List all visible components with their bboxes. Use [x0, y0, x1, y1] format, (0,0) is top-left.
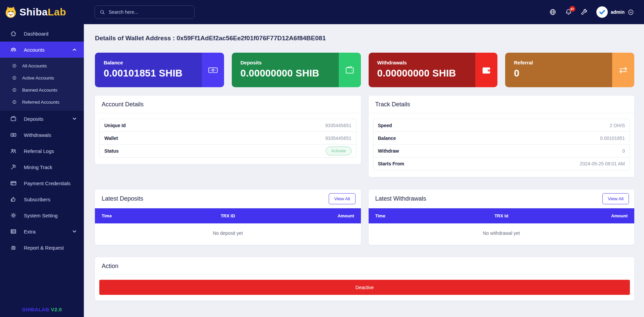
- empty-state-text: No deposit yet: [95, 223, 361, 245]
- sidebar-item-accounts[interactable]: Accounts: [0, 42, 84, 58]
- chevron-up-icon: [72, 47, 77, 52]
- money-bill-icon: [202, 53, 224, 87]
- card-title: Account Details: [95, 96, 361, 113]
- withdrawals-table-header: Time TRX Id Amount: [369, 208, 635, 223]
- gear-icon: [10, 212, 17, 219]
- sidebar-item-label: Dashboard: [24, 31, 48, 37]
- stat-value: 0.00101851 SHIB: [104, 68, 202, 79]
- details-row: Account Details Unique Id 9335445651 Wal…: [95, 96, 634, 177]
- topbar-actions: 9+ admin: [549, 6, 634, 18]
- wallet-icon: [339, 53, 361, 87]
- sidebar-item-label: Withdrawals: [24, 132, 51, 138]
- view-all-withdrawals-button[interactable]: View All: [602, 193, 629, 204]
- column-header-trxid: TRX Id: [459, 213, 543, 218]
- stat-card-balance: Balance 0.00101851 SHIB: [95, 53, 224, 87]
- row-value: 9335445651: [325, 136, 352, 141]
- account-details-table: Unique Id 9335445651 Wallet 9335445651 S…: [99, 119, 357, 158]
- search-box: [95, 5, 195, 19]
- row-label: Speed: [378, 123, 392, 128]
- brand-logo[interactable]: ShibaLab: [0, 0, 84, 24]
- deactive-button[interactable]: Deactive: [99, 280, 630, 295]
- row-label: Withdraw: [378, 148, 399, 154]
- sidebar-item-label: Active Accounts: [22, 75, 54, 81]
- home-icon: [10, 30, 17, 37]
- sidebar-item-mining-track[interactable]: Mining Track: [0, 159, 84, 175]
- card-title: Latest Withdrawals: [375, 195, 426, 202]
- topbar: 9+ admin: [84, 0, 644, 24]
- sidebar-item-deposits[interactable]: Deposits: [0, 111, 84, 127]
- column-header-amount: Amount: [270, 213, 354, 218]
- stat-value: 0: [514, 68, 612, 79]
- notification-badge: 9+: [570, 6, 575, 12]
- list-rows-icon: [10, 228, 17, 235]
- sidebar-item-extra[interactable]: Extra: [0, 223, 84, 240]
- stat-value: 0.00000000 SHIB: [240, 68, 339, 79]
- sidebar-item-payment-credentials[interactable]: Payment Credentials: [0, 175, 84, 191]
- row-value: 2024-05-25 08:01 AM: [580, 161, 625, 166]
- sidebar-item-all-accounts[interactable]: All Accounts: [0, 60, 84, 72]
- sidebar-item-active-accounts[interactable]: Active Accounts: [0, 72, 84, 84]
- stat-label: Withdrawals: [377, 60, 476, 65]
- sidebar-item-banned-accounts[interactable]: Banned Accounts: [0, 84, 84, 96]
- stat-label: Balance: [104, 60, 202, 65]
- sidebar-item-label: Report & Request: [24, 245, 64, 251]
- search-icon: [99, 9, 105, 15]
- stat-card-deposits: Deposits 0.00000000 SHIB: [232, 53, 361, 87]
- dot-circle-icon: [12, 63, 17, 68]
- view-all-deposits-button[interactable]: View All: [329, 193, 355, 204]
- track-details-card: Track Details Speed 2 DH/S Balance 0.001…: [369, 96, 635, 177]
- avatar: [596, 6, 608, 18]
- sidebar-item-subscribers[interactable]: Subscribers: [0, 191, 84, 207]
- column-header-trxid: TRX ID: [186, 213, 270, 218]
- users-icon: [10, 148, 17, 154]
- table-row: Withdraw 0: [373, 145, 630, 157]
- table-row: Unique Id 9335445651: [100, 119, 356, 132]
- accounts-submenu: All Accounts Active Accounts Banned Acco…: [0, 58, 84, 111]
- table-row: Balance 0.00101851: [373, 132, 630, 145]
- card-title: Track Details: [369, 96, 635, 113]
- table-row: Speed 2 DH/S: [373, 119, 630, 132]
- empty-state-text: No withdrawal yet: [369, 223, 635, 245]
- account-details-card: Account Details Unique Id 9335445651 Wal…: [95, 96, 361, 164]
- row-value: 0: [622, 148, 625, 154]
- chevron-down-icon: [72, 116, 77, 121]
- chevron-down-icon: [72, 229, 77, 234]
- sidebar-item-system-setting[interactable]: System Setting: [0, 207, 84, 223]
- globe-icon[interactable]: [549, 8, 556, 16]
- search-input[interactable]: [109, 9, 190, 15]
- wallet-icon: [10, 115, 17, 122]
- bug-icon: [10, 244, 17, 251]
- row-label: Wallet: [104, 136, 118, 141]
- stat-label: Referral: [514, 60, 612, 65]
- users-group-icon: [10, 46, 17, 53]
- sidebar-item-label: Payment Credentials: [24, 180, 70, 186]
- sidebar-item-label: Subscribers: [24, 197, 50, 202]
- dot-circle-icon: [12, 100, 17, 104]
- sidebar-item-label: All Accounts: [22, 63, 47, 68]
- sidebar-item-dashboard[interactable]: Dashboard: [0, 25, 84, 42]
- deposits-table-header: Time TRX ID Amount: [95, 208, 361, 223]
- action-card: Action Deactive: [95, 257, 634, 301]
- brand-name: ShibaLab: [19, 6, 66, 18]
- wrench-icon[interactable]: [581, 8, 588, 16]
- sidebar-item-withdrawals[interactable]: Withdrawals: [0, 127, 84, 143]
- dot-circle-icon: [12, 88, 17, 92]
- sidebar-footer-version: SHIBALAB V2.0: [0, 307, 84, 312]
- stat-cards: Balance 0.00101851 SHIB Deposits 0.00000…: [95, 53, 634, 87]
- thumbs-up-icon: [10, 196, 17, 203]
- shiba-dog-icon: [4, 6, 17, 18]
- wallet-filled-icon: [475, 53, 497, 87]
- column-header-time: Time: [102, 213, 186, 218]
- bell-icon[interactable]: 9+: [565, 8, 572, 16]
- table-row: Starts From 2024-05-25 08:01 AM: [373, 157, 630, 170]
- row-label: Balance: [378, 136, 396, 141]
- sidebar-item-label: Extra: [24, 229, 36, 234]
- status-badge[interactable]: Activate: [326, 147, 351, 155]
- sidebar-item-referred-accounts[interactable]: Referred Accounts: [0, 96, 84, 108]
- row-value: 9335445651: [325, 123, 352, 128]
- sidebar-item-label: Banned Accounts: [22, 88, 57, 93]
- sidebar-item-referral-logs[interactable]: Referral Logs: [0, 143, 84, 159]
- sidebar-item-report-request[interactable]: Report & Request: [0, 240, 84, 256]
- exchange-icon: [612, 53, 634, 87]
- user-menu[interactable]: admin: [596, 6, 634, 18]
